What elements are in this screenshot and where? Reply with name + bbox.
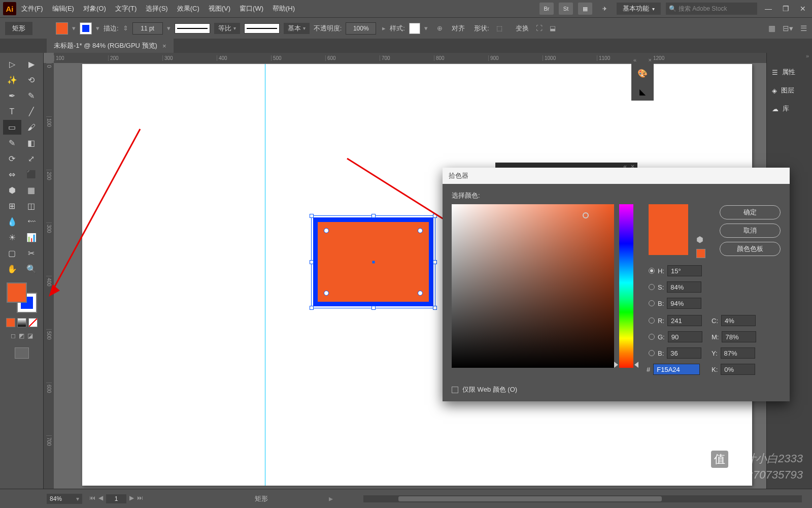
dialog-titlebar[interactable]: 拾色器 [443,168,790,184]
shaper-tool[interactable]: ✎ [3,136,21,150]
stroke-weight-input[interactable] [132,22,163,35]
color-mode-solid[interactable] [6,318,15,327]
pen-tool[interactable]: ✒ [3,88,21,103]
swatches-panel-icon[interactable]: ◣ [631,82,654,101]
next-artboard[interactable]: ▶ [129,494,134,503]
y-input[interactable] [721,347,755,359]
document-tab[interactable]: 未标题-1* @ 84% (RGB/GPU 预览) × [47,39,174,53]
type-tool[interactable]: T [3,104,21,119]
hex-input[interactable] [653,364,700,375]
handle[interactable] [310,260,314,264]
brush-preview[interactable] [244,23,280,34]
color-panel-icon[interactable]: 🎨 [631,64,654,82]
workspace-selector[interactable]: 基本功能 [617,3,661,15]
stock-button[interactable]: St [559,3,573,15]
draw-inside-icon[interactable]: ◪ [27,332,33,339]
hue-slider[interactable] [619,204,633,368]
brush-tool[interactable]: 🖌 [22,120,41,135]
handle[interactable] [371,214,376,218]
nearest-color-swatch[interactable] [696,249,705,258]
k-input[interactable] [721,364,755,375]
recolor-icon[interactable]: ⊕ [437,24,443,32]
ok-button[interactable]: 确定 [720,205,781,219]
align-to-icon[interactable]: ⊟▾ [783,24,793,33]
out-of-gamut-icon[interactable]: ⬢ [696,235,703,244]
zoom-tool[interactable]: 🔍 [22,262,41,276]
line-tool[interactable]: ╱ [22,104,41,119]
opacity-input[interactable] [346,22,376,35]
rotate-tool[interactable]: ⟳ [3,151,21,166]
arrange-docs-icon[interactable]: ▦ [578,3,592,15]
fill-stroke-indicator[interactable] [7,282,37,313]
draw-behind-icon[interactable]: ◩ [19,332,24,339]
swatches-button[interactable]: 颜色色板 [720,242,781,256]
menu-select[interactable]: 选择(S) [146,4,167,13]
rectangle-tool[interactable]: ▭ [3,120,21,135]
stroke-profile[interactable] [175,23,210,34]
strip-close-icon[interactable]: × [649,57,652,63]
b-input[interactable] [667,298,701,309]
symbol-tool[interactable]: ☀ [3,230,21,245]
menu-view[interactable]: 视图(V) [209,4,230,13]
hue-pointer[interactable] [616,362,636,367]
b2-input[interactable] [667,347,701,359]
r-radio[interactable] [649,318,655,324]
pathfinder-icon[interactable]: ⬚ [496,24,502,32]
first-artboard[interactable]: ⏮ [89,494,95,503]
draw-normal-icon[interactable]: ◻ [11,332,16,339]
g-input[interactable] [668,331,702,342]
b-radio[interactable] [649,300,655,306]
c-input[interactable] [721,315,756,326]
menu-help[interactable]: 帮助(H) [273,4,295,13]
free-transform-tool[interactable]: ⬛ [22,167,41,182]
web-only-checkbox[interactable]: 仅限 Web 颜色 (O) [452,385,517,394]
menu-file[interactable]: 文件(F) [21,4,43,13]
guide-vertical[interactable] [265,64,265,486]
bridge-button[interactable]: Br [539,3,554,15]
zoom-dropdown[interactable]: 84% [47,494,82,504]
panel-strip-collapse[interactable]: » [767,53,812,63]
menu-object[interactable]: 对象(O) [83,4,106,13]
slice-tool[interactable]: ✂ [22,246,41,261]
shapes-label[interactable]: 形状: [474,24,489,33]
handle[interactable] [433,214,437,218]
panel-layers[interactable]: ◈图层 [767,81,812,100]
r-input[interactable] [667,315,702,326]
align-label[interactable]: 对齐 [452,24,465,33]
checkbox-icon[interactable] [452,387,458,393]
isolate-icon[interactable]: ⬓ [550,24,556,32]
shape-builder-tool[interactable]: ⬢ [3,183,21,198]
color-mode-gradient[interactable] [17,318,26,327]
g-radio[interactable] [649,334,655,340]
screen-mode-icon[interactable] [15,347,29,359]
grid-icon[interactable]: ▦ [768,24,775,33]
mesh-tool[interactable]: ⊞ [3,199,21,213]
stroke-width-profile[interactable]: 等比 [214,23,240,34]
transform-label[interactable]: 变换 [516,24,529,33]
eraser-tool[interactable]: ◧ [22,136,41,150]
strip-collapse-icon[interactable]: « [633,57,636,63]
cancel-button[interactable]: 取消 [720,224,781,238]
style-swatch[interactable] [409,23,420,34]
gpu-icon[interactable]: ✈ [597,3,612,15]
selection-tool[interactable]: ▷ [3,57,21,72]
prev-artboard[interactable]: ◀ [98,494,103,503]
blend-tool[interactable]: ⬳ [22,214,41,229]
hand-tool[interactable]: ✋ [3,262,21,276]
artboard-tool[interactable]: ▢ [3,246,21,261]
perspective-tool[interactable]: ▦ [22,183,41,198]
gradient-tool[interactable]: ◫ [22,199,41,213]
b2-radio[interactable] [649,350,655,356]
artboard-number[interactable]: 1 [106,494,126,503]
menu-window[interactable]: 窗口(W) [240,4,263,13]
fill-swatch[interactable] [56,22,68,35]
menu-type[interactable]: 文字(T) [115,4,137,13]
menu-edit[interactable]: 编辑(E) [52,4,74,13]
transform-icon[interactable]: ⛶ [536,24,543,32]
window-close[interactable]: ✕ [797,3,809,15]
handle[interactable] [371,306,376,310]
scrollbar-thumb[interactable] [398,496,661,501]
curvature-tool[interactable]: ✎ [22,88,41,103]
brush-def[interactable]: 基本 [284,23,310,34]
menu-effect[interactable]: 效果(C) [177,4,199,13]
